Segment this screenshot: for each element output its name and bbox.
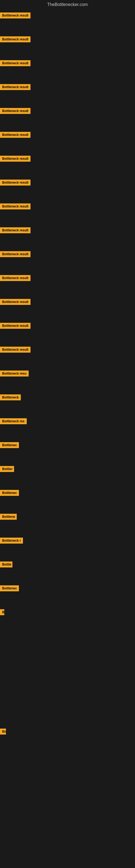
list-item: Bottler <box>0 464 135 488</box>
bottleneck-badge[interactable]: Bottleneck res <box>0 418 27 424</box>
site-header: TheBottlenecker.com <box>0 0 135 10</box>
list-item <box>0 703 135 726</box>
list-item: Bottleneck <box>0 392 135 416</box>
list-item: Bottleneck result <box>0 297 135 321</box>
bottleneck-badge[interactable]: Bottleneck result <box>0 323 31 329</box>
bottleneck-badge[interactable]: Bottleneck result <box>0 60 31 66</box>
list-item: Bottleneck result <box>0 130 135 154</box>
list-item: Bottleneck resu <box>0 368 135 392</box>
bottleneck-badge[interactable]: Bottlenec <box>0 490 19 496</box>
list-item: Bottleneck result <box>0 154 135 177</box>
list-item: Bottleneck result <box>0 249 135 273</box>
list-item: Bottleneck result <box>0 344 135 368</box>
list-item: Bottleneck result <box>0 201 135 225</box>
bottleneck-badge[interactable]: Bottleneck result <box>0 299 31 305</box>
bottleneck-badge[interactable]: Bottleneck result <box>0 36 31 42</box>
list-item <box>0 774 135 798</box>
bottleneck-badge[interactable]: Bottleneck r <box>0 538 23 544</box>
list-item: Bottleneck result <box>0 106 135 130</box>
list-item: Bottlene <box>0 512 135 535</box>
list-item: Bottleneck result <box>0 321 135 344</box>
bottleneck-badge[interactable]: Bottleneck result <box>0 204 31 209</box>
list-item <box>0 655 135 679</box>
bottleneck-badge[interactable]: Bottlenec <box>0 585 19 591</box>
list-item <box>0 822 135 846</box>
list-item: Bottleneck res <box>0 416 135 440</box>
list-item: Bottleneck result <box>0 58 135 82</box>
list-item: Bottlenec <box>0 440 135 464</box>
bottleneck-badge[interactable]: Bottler <box>0 466 14 472</box>
bottleneck-badge[interactable]: Bottleneck resu <box>0 371 29 376</box>
list-item <box>0 679 135 703</box>
list-item <box>0 631 135 655</box>
bottleneck-badge[interactable]: Bottleneck result <box>0 275 31 281</box>
list-item: Bottleneck r <box>0 535 135 559</box>
bottleneck-badge[interactable]: Bottleneck result <box>0 84 31 90</box>
bottleneck-badge[interactable]: Bottleneck result <box>0 227 31 233</box>
bottleneck-badge[interactable]: Bottleneck result <box>0 12 31 19</box>
bottleneck-badge[interactable]: Bottlene <box>0 514 17 520</box>
bottleneck-badge[interactable]: Bottleneck result <box>0 132 31 138</box>
list-item: Bottlenec <box>0 488 135 512</box>
items-container: Bottleneck resultBottleneck resultBottle… <box>0 10 135 846</box>
bottleneck-badge[interactable]: Bottle <box>0 561 12 567</box>
bottleneck-badge[interactable]: Bottleneck <box>0 394 21 400</box>
list-item: Bottleneck result <box>0 10 135 34</box>
list-item: Bottleneck result <box>0 225 135 249</box>
bottleneck-badge[interactable]: Bottleneck result <box>0 108 31 114</box>
bottleneck-badge[interactable]: Bo <box>0 728 6 735</box>
list-item: Bottleneck result <box>0 273 135 297</box>
list-item: Bottleneck result <box>0 177 135 201</box>
list-item <box>0 798 135 822</box>
list-item <box>0 750 135 774</box>
bottleneck-badge[interactable]: Bottlenec <box>0 442 19 448</box>
list-item: B <box>0 607 135 631</box>
list-item: Bottle <box>0 559 135 583</box>
bottleneck-badge[interactable]: B <box>0 609 4 615</box>
bottleneck-badge[interactable]: Bottleneck result <box>0 347 31 352</box>
site-title: TheBottlenecker.com <box>0 0 135 10</box>
list-item: Bottleneck result <box>0 82 135 106</box>
bottleneck-badge[interactable]: Bottleneck result <box>0 180 31 186</box>
list-item: Bottleneck result <box>0 34 135 58</box>
list-item: Bo <box>0 726 135 750</box>
list-item: Bottlenec <box>0 583 135 607</box>
bottleneck-badge[interactable]: Bottleneck result <box>0 156 31 162</box>
bottleneck-badge[interactable]: Bottleneck result <box>0 251 31 257</box>
